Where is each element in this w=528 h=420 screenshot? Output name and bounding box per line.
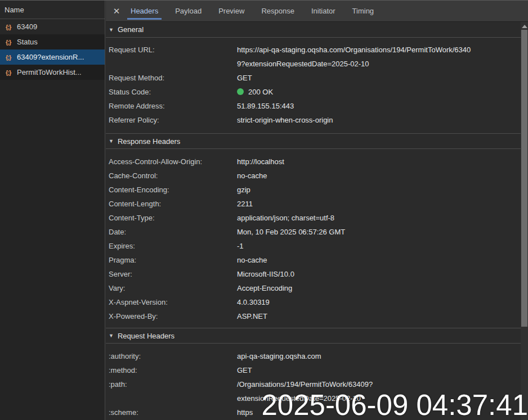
header-name: Remote Address: <box>106 99 237 113</box>
header-value: api-qa-staging.oqsha.com <box>237 349 521 363</box>
header-value: 200 OK <box>237 85 521 99</box>
section-title: Request Headers <box>118 332 174 340</box>
header-value: /Organisations/194/PermitToWork/63409? e… <box>237 377 521 405</box>
tab-preview[interactable]: Preview <box>217 1 245 21</box>
header-value: 2211 <box>237 197 521 211</box>
tab-timing[interactable]: Timing <box>351 1 375 21</box>
header-name: Request URL: <box>106 43 237 71</box>
header-name: :path: <box>106 377 237 405</box>
header-row: :scheme: https <box>106 405 521 419</box>
header-name: :authority: <box>106 349 237 363</box>
devtools-network-panel: Name {;} 63409 {;} Status {;} 63409?exte… <box>0 0 528 420</box>
header-row: Pragma: no-cache <box>106 253 521 267</box>
header-name: Referrer Policy: <box>106 113 237 127</box>
header-row: X-Powered-By: ASP.NET <box>106 309 521 323</box>
section-title: General <box>118 25 144 34</box>
section-title: Response Headers <box>118 137 180 146</box>
header-value: gzip <box>237 183 521 197</box>
json-file-icon: {;} <box>6 69 17 76</box>
header-value: Microsoft-IIS/10.0 <box>237 267 521 281</box>
disclosure-triangle-icon: ▼ <box>109 27 114 33</box>
header-row: Content-Encoding: gzip <box>106 183 521 197</box>
header-name: Date: <box>106 225 237 239</box>
header-value: strict-origin-when-cross-origin <box>237 113 521 127</box>
header-row: Status Code: 200 OK <box>106 85 521 99</box>
header-name: Server: <box>106 267 237 281</box>
detail-tabbar: ✕ Headers Payload Preview Response Initi… <box>106 1 528 22</box>
name-column-label: Name <box>5 6 24 14</box>
header-row: :authority: api-qa-staging.oqsha.com <box>106 349 521 363</box>
header-value: no-cache <box>237 253 521 267</box>
header-row: Server: Microsoft-IIS/10.0 <box>106 267 521 281</box>
header-name: Content-Encoding: <box>106 183 237 197</box>
header-value: Mon, 10 Feb 2025 06:57:26 GMT <box>237 225 521 239</box>
vertical-scrollbar[interactable] <box>521 22 528 420</box>
header-row: Referrer Policy: strict-origin-when-cros… <box>106 113 521 127</box>
request-row-label: 63409?extensionR... <box>17 53 84 61</box>
header-row: Remote Address: 51.89.155.15:443 <box>106 99 521 113</box>
scrollbar-up-arrow-icon[interactable] <box>522 25 527 28</box>
header-value: application/json; charset=utf-8 <box>237 211 521 225</box>
header-value: 51.89.155.15:443 <box>237 99 521 113</box>
header-value: https://api-qa-staging.oqsha.com/Organis… <box>237 43 521 71</box>
request-row-label: Status <box>17 38 38 46</box>
section-header-request-headers[interactable]: ▼ Request Headers <box>106 328 521 344</box>
header-name: Status Code: <box>106 85 237 99</box>
header-value: Accept-Encoding <box>237 281 521 295</box>
disclosure-triangle-icon: ▼ <box>109 138 114 144</box>
request-list-sidebar: Name {;} 63409 {;} Status {;} 63409?exte… <box>0 1 105 420</box>
header-row: Vary: Accept-Encoding <box>106 281 521 295</box>
section-header-response-headers[interactable]: ▼ Response Headers <box>106 133 521 149</box>
header-value: GET <box>237 71 521 85</box>
header-row: Cache-Control: no-cache <box>106 169 521 183</box>
request-row-label: PermitToWorkHist... <box>17 68 82 76</box>
tab-headers[interactable]: Headers <box>129 1 159 21</box>
header-row: Request URL: https://api-qa-staging.oqsh… <box>106 43 521 71</box>
json-file-icon: {;} <box>6 24 17 30</box>
header-name: Content-Type: <box>106 211 237 225</box>
request-row[interactable]: {;} Status <box>0 34 105 49</box>
status-ok-dot-icon <box>237 88 244 95</box>
header-value: https <box>237 405 521 419</box>
header-name: Cache-Control: <box>106 169 237 183</box>
header-name: Pragma: <box>106 253 237 267</box>
header-name: Content-Length: <box>106 197 237 211</box>
json-file-icon: {;} <box>6 54 17 61</box>
tab-response[interactable]: Response <box>260 1 296 21</box>
section-header-general[interactable]: ▼ General <box>106 22 521 38</box>
header-value: http://localhost <box>237 155 521 169</box>
header-name: Vary: <box>106 281 237 295</box>
header-row: Content-Length: 2211 <box>106 197 521 211</box>
header-row: X-Aspnet-Version: 4.0.30319 <box>106 295 521 309</box>
request-headers-list: :authority: api-qa-staging.oqsha.com :me… <box>106 344 521 419</box>
disclosure-triangle-icon: ▼ <box>109 333 114 338</box>
header-row: :path: /Organisations/194/PermitToWork/6… <box>106 377 521 405</box>
header-name: Request Method: <box>106 71 237 85</box>
header-name: X-Powered-By: <box>106 309 237 323</box>
tab-initiator[interactable]: Initiator <box>310 1 337 21</box>
header-row: :method: GET <box>106 363 521 377</box>
tab-payload[interactable]: Payload <box>174 1 203 21</box>
header-row: Request Method: GET <box>106 71 521 85</box>
header-value: GET <box>237 363 521 377</box>
general-list: Request URL: https://api-qa-staging.oqsh… <box>106 38 521 133</box>
request-row[interactable]: {;} 63409 <box>0 19 105 34</box>
scrollbar-thumb[interactable] <box>521 30 527 327</box>
request-row-selected[interactable]: {;} 63409?extensionR... <box>0 49 105 65</box>
header-name: Expires: <box>106 239 237 253</box>
header-value: -1 <box>237 239 521 253</box>
header-row: Expires: -1 <box>106 239 521 253</box>
header-name: X-Aspnet-Version: <box>106 295 237 309</box>
json-file-icon: {;} <box>6 39 17 46</box>
name-column-header[interactable]: Name <box>0 1 105 19</box>
header-row: Content-Type: application/json; charset=… <box>106 211 521 225</box>
request-row-label: 63409 <box>17 22 37 31</box>
header-name: Access-Control-Allow-Origin: <box>106 155 237 169</box>
headers-detail-pane: ▼ General Request URL: https://api-qa-st… <box>106 22 521 419</box>
request-row[interactable]: {;} PermitToWorkHist... <box>0 65 105 80</box>
header-name: :method: <box>106 363 237 377</box>
header-value: 4.0.30319 <box>237 295 521 309</box>
header-row: Access-Control-Allow-Origin: http://loca… <box>106 155 521 169</box>
header-row: Date: Mon, 10 Feb 2025 06:57:26 GMT <box>106 225 521 239</box>
close-icon[interactable]: ✕ <box>111 6 122 17</box>
